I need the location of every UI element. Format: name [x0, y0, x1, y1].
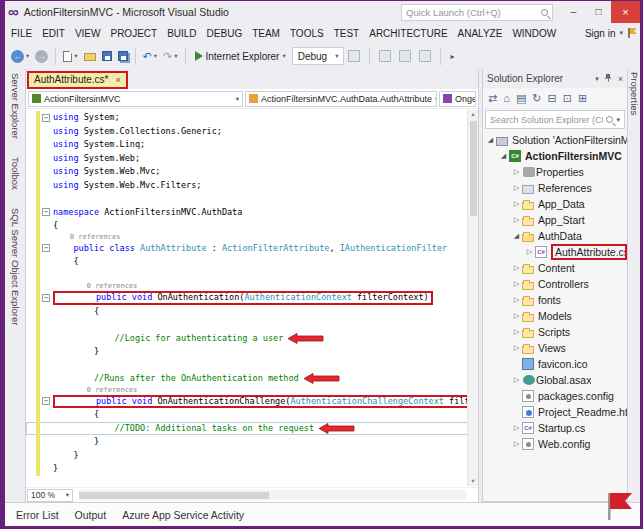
sync-active-document-icon[interactable]: ⇄ [488, 88, 497, 108]
window-position-icon[interactable]: ▾ [595, 75, 599, 83]
tree-item[interactable]: ▷References [483, 180, 627, 196]
menu-window[interactable]: WINDOW [507, 28, 561, 39]
tree-item[interactable]: ▷Scripts [483, 324, 627, 340]
tab-toolbox[interactable]: Toolbox [10, 157, 21, 190]
expand-icon[interactable]: ▷ [511, 344, 522, 352]
chevron-down-icon[interactable]: ▾ [619, 29, 623, 37]
home-icon[interactable]: ⌂ [503, 88, 510, 108]
menu-architecture[interactable]: ARCHITECTURE [364, 28, 452, 39]
type-dropdown[interactable]: ActionFiltersinMVC.AuthData.AuthAttribut… [245, 91, 437, 107]
find-icon[interactable] [377, 49, 393, 63]
scrollbar-thumb[interactable] [470, 121, 477, 216]
panel-tab-output[interactable]: Output [68, 503, 114, 526]
tree-item[interactable]: ▷App_Start [483, 212, 627, 228]
expand-icon[interactable]: ▷ [511, 216, 522, 224]
tree-item[interactable]: ▷Models [483, 308, 627, 324]
tree-item[interactable]: ▷Content [483, 260, 627, 276]
tree-item[interactable]: ▷C#AuthAttribute.cs [483, 244, 627, 260]
fold-collapse-icon[interactable]: − [42, 114, 50, 122]
horizontal-scrollbar[interactable] [79, 490, 466, 500]
comment-icon[interactable] [417, 49, 433, 63]
member-dropdown[interactable]: OngeC ▾ [439, 91, 476, 107]
notifications-flag-icon[interactable] [627, 28, 635, 38]
expand-icon[interactable]: ▷ [511, 200, 522, 208]
fold-collapse-icon[interactable]: − [42, 208, 50, 216]
back-icon[interactable]: ←▾ [9, 49, 31, 64]
tree-item[interactable]: ▷Web.config [483, 436, 627, 452]
sign-in-link[interactable]: Sign in [585, 28, 616, 39]
project-dropdown[interactable]: ActionFiltersinMVC ▾ [28, 91, 243, 107]
close-icon[interactable]: × [115, 75, 120, 85]
tab-sql-server-object-explorer[interactable]: SQL Server Object Explorer [10, 208, 21, 325]
tree-item[interactable]: ▷Global.asax [483, 372, 627, 388]
tree-item[interactable]: packages.config [483, 388, 627, 404]
tab-properties[interactable]: Properties [629, 72, 640, 115]
expand-icon[interactable]: ▷ [511, 168, 522, 176]
expand-icon[interactable]: ▷ [511, 328, 522, 336]
zoom-dropdown[interactable]: 100 % ▾ [27, 489, 73, 502]
tree-item[interactable]: ▷Properties [483, 164, 627, 180]
expand-icon[interactable]: ▷ [511, 312, 522, 320]
menu-project[interactable]: PROJECT [105, 28, 162, 39]
menu-file[interactable]: FILE [6, 28, 37, 39]
menu-team[interactable]: TEAM [247, 28, 285, 39]
tree-item[interactable]: ▷App_Data [483, 196, 627, 212]
collapse-all-icon[interactable]: ⊟ [548, 88, 557, 108]
collapse-icon[interactable]: ◢ [498, 152, 509, 160]
expand-icon[interactable]: ▷ [511, 280, 522, 288]
solution-search-input[interactable]: Search Solution Explorer (Ctrl+;) ▾ [485, 110, 625, 129]
open-file-icon[interactable] [82, 50, 98, 62]
quick-launch-input[interactable]: Quick Launch (Ctrl+Q) [401, 4, 553, 21]
vertical-scrollbar[interactable]: ▲ ▼ [467, 110, 478, 486]
show-all-files-icon[interactable]: ▤ [516, 88, 526, 108]
redo-icon[interactable]: ↷▾ [161, 49, 179, 64]
save-icon[interactable] [100, 50, 114, 62]
fold-collapse-icon[interactable]: − [42, 294, 50, 302]
tab-authattribute-cs[interactable]: AuthAttribute.cs* × [29, 73, 126, 87]
tree-item[interactable]: ◢Solution 'ActionFiltersinMVC' (1 proj [483, 132, 627, 148]
new-file-icon[interactable]: ▾ [61, 50, 79, 63]
menu-analyze[interactable]: ANALYZE [453, 28, 508, 39]
code-editor[interactable]: −using System;using System.Collections.G… [26, 109, 478, 487]
minimize-button[interactable]: – [561, 1, 586, 23]
preview-icon[interactable] [397, 49, 413, 63]
scroll-up-icon[interactable]: ▲ [470, 110, 475, 119]
solution-explorer-header[interactable]: Solution Explorer ▾ × [483, 69, 627, 88]
preview-selected-icon[interactable]: ⊞ [578, 88, 587, 108]
tree-item[interactable]: favicon.ico [483, 356, 627, 372]
collapse-icon[interactable]: ◢ [511, 232, 522, 240]
tree-item[interactable]: ▷Controllers [483, 276, 627, 292]
undo-icon[interactable]: ↶▾ [141, 49, 159, 64]
menu-build[interactable]: BUILD [162, 28, 201, 39]
attach-icon[interactable] [346, 49, 362, 63]
tree-item[interactable]: ◢C#ActionFiltersinMVC [483, 148, 627, 164]
forward-icon[interactable]: → [33, 49, 50, 64]
scroll-down-icon[interactable]: ▼ [470, 477, 475, 486]
properties-icon[interactable]: ⊡ [563, 88, 572, 108]
fold-collapse-icon[interactable]: − [42, 397, 50, 405]
expand-icon[interactable]: ▷ [511, 264, 522, 272]
menu-tools[interactable]: TOOLS [285, 28, 329, 39]
expand-icon[interactable]: ▷ [511, 440, 522, 448]
maximize-button[interactable]: □ [586, 1, 611, 23]
expand-icon[interactable]: ▷ [524, 248, 535, 256]
save-all-icon[interactable] [116, 50, 130, 62]
expand-icon[interactable]: ▷ [511, 424, 522, 432]
tree-item[interactable]: ◢AuthData [483, 228, 627, 244]
tree-item[interactable]: Project_Readme.html [483, 404, 627, 420]
expand-icon[interactable]: ▷ [511, 376, 522, 384]
close-button[interactable]: × [611, 1, 640, 23]
start-debug-button[interactable]: Internet Explorer ▾ [191, 46, 290, 66]
menu-view[interactable]: VIEW [70, 28, 106, 39]
tree-item[interactable]: ▷fonts [483, 292, 627, 308]
close-icon[interactable]: × [618, 74, 623, 84]
menu-test[interactable]: TEST [329, 28, 365, 39]
refresh-icon[interactable]: ↻ [532, 88, 541, 108]
solution-configuration-dropdown[interactable]: Debug ▾ [292, 47, 345, 65]
tree-item[interactable]: ▷C#Startup.cs [483, 420, 627, 436]
panel-tab-azure-app-service-activity[interactable]: Azure App Service Activity [115, 503, 251, 526]
overflow-icon[interactable]: ▸ [448, 51, 456, 62]
collapse-icon[interactable]: ◢ [485, 136, 496, 144]
chevron-down-icon[interactable]: ▾ [616, 116, 620, 124]
pin-icon[interactable] [604, 73, 613, 84]
